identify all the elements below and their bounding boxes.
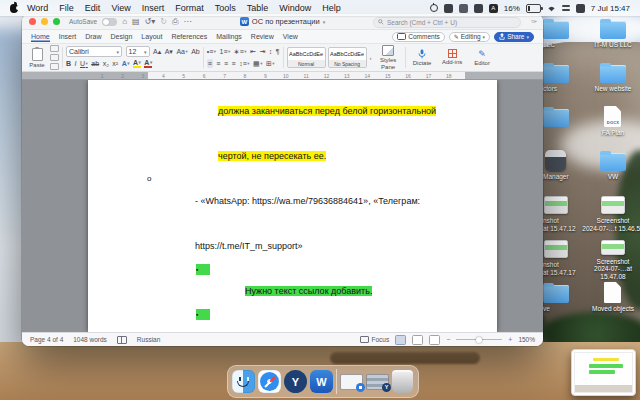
- paragraph-tool-button[interactable]: ∗≡: [234, 48, 247, 55]
- menu-extra-icon[interactable]: [474, 4, 483, 13]
- editing-mode-button[interactable]: ✎Editing▾: [449, 32, 490, 42]
- menu-item[interactable]: File: [59, 3, 74, 13]
- desktop-icon[interactable]: Moved objects: [582, 280, 640, 324]
- format-painter-icon[interactable]: [50, 63, 59, 70]
- outline-view-button[interactable]: [429, 335, 440, 345]
- input-source-icon[interactable]: [576, 4, 585, 13]
- document-page[interactable]: должна заканчиваться перед белой горизон…: [88, 80, 497, 332]
- menu-extra-icon[interactable]: [459, 4, 468, 13]
- dock-word[interactable]: W: [310, 370, 333, 393]
- menu-item[interactable]: View: [111, 3, 130, 13]
- paste-button[interactable]: Paste: [26, 48, 48, 68]
- home-icon[interactable]: ⌂: [122, 18, 127, 26]
- dock-yandex[interactable]: Y: [284, 370, 307, 393]
- font-tool-button[interactable]: Aa: [176, 48, 187, 55]
- menu-item[interactable]: Table: [247, 3, 269, 13]
- desktop-icon[interactable]: VW: [582, 148, 640, 192]
- redo-icon[interactable]: ↻: [160, 18, 167, 26]
- document-title[interactable]: ОС по презентации: [252, 17, 320, 26]
- comments-button[interactable]: Comments: [392, 32, 444, 42]
- ribbon-tab[interactable]: Home: [31, 31, 50, 43]
- dictate-button[interactable]: Dictate: [409, 45, 436, 70]
- page-indicator[interactable]: Page 4 of 4: [30, 336, 63, 343]
- styles-pane-button[interactable]: Styles Pane: [375, 45, 402, 70]
- copy-icon[interactable]: [50, 54, 59, 61]
- ribbon-tab[interactable]: Review: [251, 31, 274, 43]
- styles-gallery-expander[interactable]: ›: [370, 55, 372, 61]
- word-count[interactable]: 1048 words: [73, 336, 107, 343]
- screenshot-preview-thumbnail[interactable]: [571, 349, 636, 396]
- ribbon-tab[interactable]: References: [171, 31, 207, 43]
- font-format-button[interactable]: x²: [112, 60, 118, 67]
- desktop-icon[interactable]: IT-M US LLC: [582, 16, 640, 60]
- language-indicator[interactable]: Russian: [137, 336, 160, 343]
- zoom-out-icon[interactable]: −: [446, 336, 450, 343]
- paragraph-tool-button[interactable]: •≡: [207, 48, 216, 55]
- font-format-button[interactable]: A: [122, 60, 130, 67]
- web-layout-view-button[interactable]: [412, 335, 423, 345]
- battery-icon[interactable]: [526, 4, 541, 13]
- wifi-icon[interactable]: [547, 5, 556, 12]
- autosave-toggle[interactable]: [102, 18, 117, 26]
- document-line[interactable]: ▪ Нужно текст ссылок добавить.: [88, 264, 497, 309]
- style-card[interactable]: AaBbCcDdEe Normal: [287, 47, 326, 68]
- font-format-button[interactable]: U: [80, 60, 88, 67]
- ribbon-tab[interactable]: Insert: [59, 31, 77, 43]
- undo-icon[interactable]: ↺▾: [145, 18, 156, 26]
- font-tool-button[interactable]: A▾: [165, 48, 173, 55]
- editor-button[interactable]: ✎ Editor: [469, 45, 496, 70]
- ribbon-tab[interactable]: View: [283, 31, 298, 43]
- font-format-button[interactable]: B: [66, 60, 71, 67]
- menu-item[interactable]: Insert: [142, 3, 165, 13]
- desktop-icon[interactable]: Screenshot 2024-07-…at 15.47.08: [582, 236, 640, 280]
- font-format-button[interactable]: I: [75, 60, 77, 67]
- window-corner-icon[interactable]: ✑: [531, 18, 537, 26]
- menubar-clock[interactable]: 7 Jul 15:47: [591, 4, 630, 13]
- alignment-button[interactable]: ↕≡: [239, 60, 249, 67]
- alignment-button[interactable]: ≡: [232, 60, 236, 67]
- document-line[interactable]: https://t.me/IT_m_support»: [88, 219, 497, 264]
- menu-item[interactable]: Window: [279, 3, 311, 13]
- font-tool-button[interactable]: Ab: [191, 48, 200, 55]
- paragraph-tool-button[interactable]: ¶: [276, 48, 280, 55]
- font-format-button[interactable]: A: [144, 59, 152, 68]
- alignment-button[interactable]: ≡: [224, 60, 228, 67]
- desktop-icon[interactable]: DOCX FA Plan: [582, 104, 640, 148]
- menu-item[interactable]: Format: [175, 3, 204, 13]
- alignment-button[interactable]: ▦: [253, 60, 262, 67]
- timer-icon[interactable]: [430, 4, 438, 12]
- document-line[interactable]: должна заканчиваться перед белой горизон…: [88, 83, 497, 128]
- menu-item[interactable]: Edit: [85, 3, 101, 13]
- ribbon-tab[interactable]: Draw: [85, 31, 101, 43]
- dock-trash[interactable]: [392, 370, 413, 393]
- focus-mode-button[interactable]: Focus: [360, 336, 389, 343]
- desktop-icon[interactable]: New website: [582, 60, 640, 104]
- alignment-button[interactable]: ⊞: [266, 60, 275, 67]
- zoom-in-icon[interactable]: +: [508, 336, 512, 343]
- alignment-button[interactable]: ≡: [207, 59, 213, 68]
- title-chevron-icon[interactable]: ▾: [323, 19, 326, 25]
- share-button[interactable]: Share▾: [494, 32, 534, 42]
- proofing-icon[interactable]: [117, 336, 127, 344]
- menu-extra-a-icon[interactable]: A: [489, 4, 498, 13]
- search-input[interactable]: Search (Cmd + Ctrl + U): [373, 17, 521, 28]
- document-line[interactable]: o - «WhatsApp: https://wa.me/79636884641…: [88, 173, 497, 218]
- document-line[interactable]: чертой, не пересекать ее.: [88, 128, 497, 173]
- font-name-select[interactable]: Calibri▾: [66, 46, 122, 57]
- more-toolbar-icon[interactable]: ⋯: [183, 18, 191, 26]
- dock-minimized-window-2[interactable]: Y: [366, 374, 389, 390]
- add-ins-button[interactable]: Add-ins: [439, 45, 466, 70]
- paragraph-tool-button[interactable]: 1≡: [220, 48, 231, 55]
- zoom-level[interactable]: 150%: [518, 336, 535, 343]
- dock-finder[interactable]: [232, 370, 255, 393]
- font-format-button[interactable]: x₂: [103, 60, 109, 67]
- apple-menu-icon[interactable]: [10, 4, 18, 13]
- style-card[interactable]: AaBbCcDdEe No Spacing: [328, 47, 367, 68]
- paragraph-tool-button[interactable]: ⇤: [250, 48, 256, 55]
- menu-item[interactable]: Help: [322, 3, 341, 13]
- zoom-slider[interactable]: [456, 339, 502, 340]
- save-icon[interactable]: ▤: [132, 18, 140, 26]
- print-icon[interactable]: ⎙: [172, 18, 178, 26]
- minimize-window-button[interactable]: [41, 18, 48, 25]
- menu-extra-icon[interactable]: [444, 4, 453, 13]
